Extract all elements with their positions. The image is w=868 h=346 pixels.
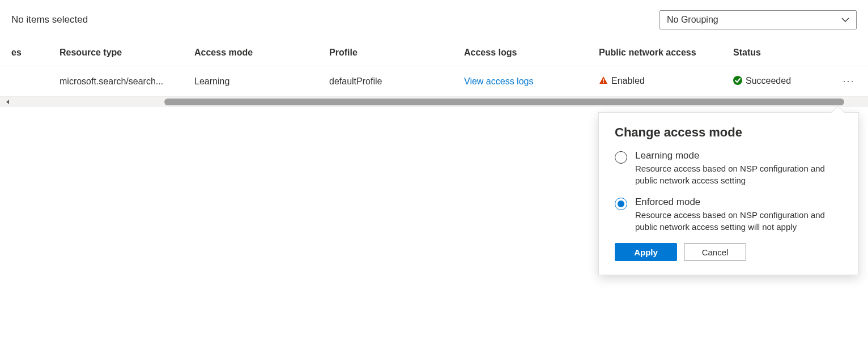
cell-access-logs: View access logs bbox=[464, 76, 599, 87]
cancel-button[interactable]: Cancel bbox=[684, 243, 746, 261]
option-learning-mode[interactable]: Learning mode Resource access based on N… bbox=[615, 150, 843, 186]
table-header-row: es Resource type Access mode Profile Acc… bbox=[0, 40, 868, 66]
selection-status: No items selected bbox=[11, 14, 88, 25]
resource-table: es Resource type Access mode Profile Acc… bbox=[0, 40, 868, 107]
radio-enforced[interactable] bbox=[615, 198, 627, 210]
table-row[interactable]: microsoft.search/search... Learning defa… bbox=[0, 66, 868, 97]
option-enforced-mode[interactable]: Enforced mode Resource access based on N… bbox=[615, 197, 843, 233]
chevron-down-icon bbox=[841, 16, 849, 24]
option-enforced-desc: Resource access based on NSP configurati… bbox=[635, 209, 843, 233]
svg-rect-0 bbox=[603, 79, 604, 82]
warning-icon bbox=[599, 76, 608, 87]
view-access-logs-link[interactable]: View access logs bbox=[464, 76, 533, 86]
grouping-value: No Grouping bbox=[667, 15, 718, 25]
svg-point-2 bbox=[733, 76, 742, 85]
popover-title: Change access mode bbox=[615, 125, 843, 140]
col-header-status[interactable]: Status bbox=[733, 48, 835, 58]
scroll-track[interactable] bbox=[16, 99, 868, 105]
col-header-access-mode[interactable]: Access mode bbox=[194, 48, 329, 58]
scroll-thumb[interactable] bbox=[164, 99, 844, 105]
more-actions-icon[interactable]: ··· bbox=[843, 75, 854, 87]
option-learning-desc: Resource access based on NSP configurati… bbox=[635, 163, 843, 186]
col-header-access-logs[interactable]: Access logs bbox=[464, 48, 599, 58]
radio-learning[interactable] bbox=[615, 151, 627, 164]
grouping-dropdown[interactable]: No Grouping bbox=[659, 10, 857, 29]
cell-resource-type: microsoft.search/search... bbox=[59, 76, 194, 87]
status-value: Succeeded bbox=[746, 76, 791, 86]
col-header-public-network-access[interactable]: Public network access bbox=[599, 48, 733, 58]
pna-value: Enabled bbox=[611, 76, 645, 86]
svg-rect-1 bbox=[603, 82, 604, 83]
cell-status: Succeeded bbox=[733, 76, 835, 87]
cell-public-network-access: Enabled bbox=[599, 76, 733, 87]
popover-actions: Apply Cancel bbox=[615, 243, 843, 261]
horizontal-scrollbar[interactable] bbox=[0, 97, 868, 107]
cell-access-mode: Learning bbox=[194, 76, 329, 87]
row-actions: ··· bbox=[835, 75, 862, 87]
col-header-resource-type[interactable]: Resource type bbox=[59, 48, 194, 58]
success-icon bbox=[733, 76, 742, 87]
toolbar: No items selected No Grouping bbox=[0, 0, 868, 40]
option-enforced-title: Enforced mode bbox=[635, 197, 843, 208]
scroll-left-icon[interactable] bbox=[0, 99, 16, 105]
cell-profile: defaultProfile bbox=[329, 76, 464, 87]
option-learning-title: Learning mode bbox=[635, 150, 843, 161]
apply-button[interactable]: Apply bbox=[615, 243, 677, 261]
col-header-profile[interactable]: Profile bbox=[329, 48, 464, 58]
col-header-name[interactable]: es bbox=[0, 48, 59, 58]
change-access-mode-popover: Change access mode Learning mode Resourc… bbox=[598, 112, 859, 275]
